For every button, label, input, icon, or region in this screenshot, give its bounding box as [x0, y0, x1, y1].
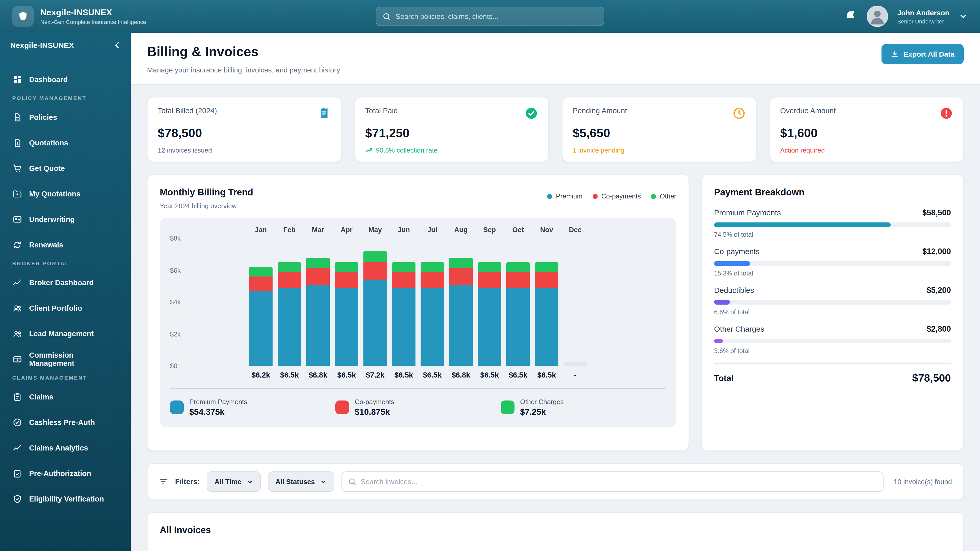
breakdown-percent-label: 74.5% of total: [714, 231, 951, 238]
stat-value: $71,250: [365, 126, 538, 140]
brand-logo: [12, 6, 34, 27]
bar-total-label: $6.5k: [275, 371, 304, 379]
users-icon: [12, 329, 22, 339]
stat-note: 12 invoices issued: [158, 146, 331, 154]
global-search-input[interactable]: [396, 12, 598, 21]
breakdown-total-label: Total: [714, 373, 733, 383]
invoice-search[interactable]: [342, 472, 883, 492]
breakdown-row-deductibles: Deductibles$5,2006.6% of total: [714, 286, 951, 316]
chart-bar-column-oct: [504, 238, 532, 366]
clock-icon: [732, 106, 746, 120]
sidebar-item-label: Policies: [29, 113, 57, 121]
search-icon: [348, 478, 356, 486]
results-count: 10 invoice(s) found: [894, 478, 952, 486]
bar-segment-co-payments: [278, 272, 301, 288]
sidebar-section-policy-management: POLICY MANAGEMENT: [12, 95, 124, 101]
bell-icon: [844, 10, 856, 22]
sidebar-item-cashless-pre-auth[interactable]: Cashless Pre-Auth: [7, 412, 124, 433]
export-all-data-button[interactable]: Export All Data: [881, 44, 964, 64]
sidebar-item-broker-dashboard[interactable]: Broker Dashboard: [7, 272, 124, 293]
bar-segment-co-payments: [249, 276, 272, 291]
alert-circle-icon: [940, 106, 953, 120]
chart-bar-column-aug: [447, 238, 475, 366]
y-tick-label: $8k: [170, 234, 181, 242]
bar-total-label: $6.8k: [447, 371, 475, 379]
document-dollar-icon: $: [12, 138, 22, 148]
sidebar-item-claims[interactable]: Claims: [7, 387, 124, 407]
bar-segment-co-payments: [335, 272, 358, 288]
stacked-bar: [421, 262, 444, 366]
sidebar-item-policies[interactable]: Policies: [7, 107, 124, 127]
sidebar-collapse-button[interactable]: [113, 41, 121, 49]
stacked-bar: [449, 257, 473, 366]
legend-item-premium: Premium: [547, 192, 582, 200]
summary-value: $54.375k: [189, 407, 247, 417]
sidebar-item-renewals[interactable]: Renewals: [7, 235, 124, 255]
bar-segment-co-payments: [363, 262, 387, 280]
sidebar-item-dashboard[interactable]: Dashboard: [7, 69, 124, 90]
stat-value: $5,650: [573, 126, 746, 140]
sidebar-item-label: Cashless Pre-Auth: [29, 418, 95, 427]
sidebar-item-underwriting[interactable]: Underwriting: [7, 209, 124, 230]
chart-bars: [247, 238, 592, 366]
stat-label: Overdue Amount: [780, 106, 836, 115]
sidebar: Nexgile-INSUNEX DashboardPOLICY MANAGEME…: [0, 33, 130, 551]
bar-total-label: $6.8k: [304, 371, 332, 379]
clipboard-check-icon: [12, 468, 22, 478]
sidebar-item-quotations[interactable]: $Quotations: [7, 133, 124, 153]
stat-label: Total Paid: [365, 106, 398, 115]
sidebar-item-label: Commission Management: [29, 351, 118, 367]
sidebar-item-commission-management[interactable]: Commission Management: [7, 349, 124, 369]
status-filter-value: All Statuses: [275, 478, 315, 486]
all-invoices-card: All Invoices: [147, 512, 964, 551]
time-filter-select[interactable]: All Time: [207, 472, 261, 492]
breakdown-percent-label: 6.6% of total: [714, 309, 951, 316]
chevron-down-icon[interactable]: [959, 12, 968, 21]
receipt-icon: [317, 106, 331, 120]
summary-label: Premium Payments: [189, 398, 247, 406]
chart-plot-panel: $8k$6k$4k$2k$0 JanFebMarAprMayJunJulAugS…: [160, 218, 676, 427]
bar-segment-other: [506, 262, 530, 272]
stat-note: Action required: [780, 146, 953, 154]
global-search[interactable]: [375, 6, 605, 26]
sidebar-item-label: Client Portfolio: [29, 304, 82, 312]
chart-bar-column-apr: [332, 238, 361, 366]
user-menu[interactable]: John Anderson Senior Underwriter: [897, 8, 950, 24]
avatar[interactable]: [867, 6, 888, 27]
user-role: Senior Underwriter: [897, 18, 950, 24]
stat-card-overdue-amount: Overdue Amount$1,600Action required: [770, 97, 964, 162]
y-tick-label: $4k: [170, 298, 181, 306]
stacked-bar: [535, 262, 558, 366]
stat-note: 90.8% collection rate: [365, 146, 538, 154]
sidebar-item-client-portfolio[interactable]: Client Portfolio: [7, 298, 124, 318]
sidebar-item-eligibility-verification[interactable]: Eligibility Verification: [7, 489, 124, 509]
sidebar-item-claims-analytics[interactable]: Claims Analytics: [7, 438, 124, 458]
shield-check-icon: [12, 494, 22, 504]
bar-segment-premium: [421, 288, 444, 366]
filters-label: Filters:: [175, 478, 200, 486]
chart-bar-column-dec: [561, 238, 590, 366]
stacked-bar: [278, 262, 301, 366]
sidebar-item-get-quote[interactable]: Get Quote: [7, 158, 124, 179]
download-icon: [891, 50, 899, 58]
document-icon: [12, 112, 22, 122]
chart-legend: PremiumCo-paymentsOther: [547, 192, 676, 200]
x-tick-label: Mar: [304, 226, 332, 238]
sidebar-item-my-quotations[interactable]: My Quotations: [7, 184, 124, 204]
sidebar-item-lead-management[interactable]: Lead Management: [7, 324, 124, 344]
breakdown-value: $2,800: [927, 324, 951, 333]
bar-segment-other: [278, 262, 301, 272]
sidebar-section-broker-portal: BROKER PORTAL: [12, 260, 124, 266]
legend-item-co-payments: Co-payments: [593, 192, 641, 200]
stacked-bar: [335, 262, 358, 366]
x-tick-label: Aug: [447, 226, 475, 238]
chevron-down-icon: [246, 478, 253, 485]
status-filter-select[interactable]: All Statuses: [268, 472, 334, 492]
main-content: Billing & Invoices Manage your insurance…: [130, 33, 980, 551]
notifications-button[interactable]: [844, 10, 858, 23]
bar-total-label: $6.5k: [390, 371, 418, 379]
invoice-search-input[interactable]: [361, 478, 877, 486]
bar-segment-co-payments: [449, 268, 473, 285]
sidebar-item-label: Renewals: [29, 241, 63, 249]
sidebar-item-pre-authorization[interactable]: Pre-Authorization: [7, 463, 124, 484]
